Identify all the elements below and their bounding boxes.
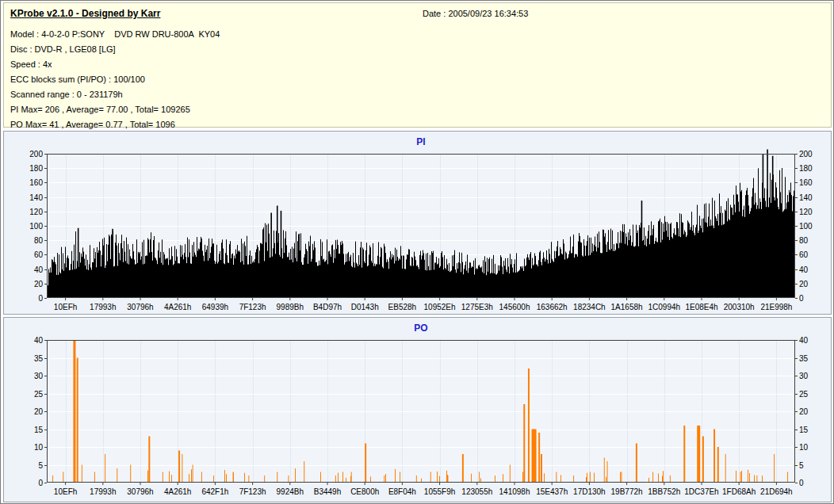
x-tick-label: 10EFh [54,487,77,496]
x-tick-label: 21E998h [760,303,792,311]
x-tick-label: 7F123h [239,303,266,311]
x-tick-label: 1C0994h [648,303,681,311]
y-tick-label: 40 [34,265,44,274]
y-tick-label: 140 [29,193,43,202]
x-tick-label: 1DC37Eh [684,487,718,496]
x-tick-label: 10952Eh [424,303,456,311]
y-tick-label: 0 [799,479,804,487]
y-tick-label: 180 [29,164,43,173]
x-tick-label: 64939h [202,303,228,311]
y-tick-label: 140 [799,193,813,202]
y-tick-label: 80 [799,236,809,245]
scan-date: Date : 2005/09/23 16:34:53 [423,9,528,18]
x-tick-label: 145600h [499,303,530,311]
x-tick-label: B4D97h [313,303,342,311]
x-tick-label: CE800h [350,487,379,496]
x-tick-label: 1E08E4h [685,303,717,311]
x-tick-label: 21D694h [760,487,793,496]
x-tick-label: 17993h [90,487,116,496]
y-tick-label: 25 [34,390,44,399]
x-tick-label: 17D130h [573,487,606,496]
y-tick-label: 40 [799,336,809,345]
x-tick-label: 163662h [537,303,568,311]
y-tick-label: 35 [799,354,809,363]
y-tick-label: 35 [34,354,44,363]
x-tick-label: B3449h [314,487,341,496]
po-chart-canvas: 0055101015152020252530303535404010EFh179… [4,318,831,502]
x-tick-label: 9989Bh [277,303,304,311]
y-tick-label: 60 [799,250,809,259]
x-tick-label: 4A261h [164,303,191,311]
app-title: KProbe v2.1.0 - Designed by Karr [10,8,160,19]
y-tick-label: 30 [34,372,44,380]
x-tick-label: 1275E3h [461,303,493,311]
x-tick-label: 30796h [127,487,153,496]
info-ecc: ECC blocks sum (PI/PO) : 100/100 [10,72,220,87]
pi-chart-canvas: 0020204040606080801001001201201401401601… [4,132,831,314]
pi-chart-panel: 0020204040606080801001001201201401401601… [3,131,832,315]
x-tick-label: 30796h [127,303,153,311]
y-tick-label: 60 [34,250,44,259]
y-tick-label: 0 [38,479,43,487]
y-tick-label: 25 [799,390,809,399]
x-tick-label: 9924Bh [277,487,304,496]
y-tick-label: 100 [799,222,813,231]
y-tick-label: 40 [799,265,809,274]
po-chart-panel: 0055101015152020252530303535404010EFh179… [3,317,832,502]
y-tick-label: 20 [34,280,44,288]
y-tick-label: 5 [38,461,43,470]
y-tick-label: 80 [34,236,44,245]
kprobe-window: KProbe v2.1.0 - Designed by Karr Date : … [0,0,834,504]
info-model: Model : 4-0-2-0 P:SONY DVD RW DRU-800A K… [10,27,220,42]
y-tick-label: 15 [799,426,809,434]
x-tick-label: 123055h [461,487,492,496]
x-tick-label: 1FD68Ah [722,487,756,496]
x-tick-label: 7F123h [239,487,266,496]
y-tick-label: 20 [799,407,809,416]
y-tick-label: 0 [38,294,43,303]
scan-info-lines: Model : 4-0-2-0 P:SONY DVD RW DRU-800A K… [10,27,220,132]
y-tick-label: 5 [799,461,804,470]
y-tick-label: 100 [29,222,43,231]
scan-info-header: KProbe v2.1.0 - Designed by Karr Date : … [3,2,832,128]
y-tick-label: 10 [799,443,809,452]
info-scanned-range: Scanned range : 0 - 231179h [10,87,220,102]
x-tick-label: E8F04h [388,487,416,496]
x-tick-label: 18234Ch [573,303,606,311]
y-tick-label: 120 [799,208,813,216]
po-chart-title: PO [414,323,427,334]
y-tick-label: 200 [29,150,43,158]
y-tick-label: 0 [799,294,804,303]
x-tick-label: 642F1h [201,487,228,496]
y-tick-label: 20 [799,280,809,288]
y-tick-label: 30 [799,372,809,380]
x-tick-label: 15E437h [536,487,568,496]
y-tick-label: 160 [29,178,43,187]
info-pi-stats: PI Max= 206 , Average= 77.00 , Total= 10… [10,102,220,117]
info-speed: Speed : 4x [10,57,220,72]
x-tick-label: 1055F9h [424,487,455,496]
y-tick-label: 180 [799,164,813,173]
x-tick-label: 1A1658h [611,303,643,311]
x-tick-label: 10EFh [54,303,77,311]
y-tick-label: 20 [34,407,44,416]
pi-chart-title: PI [416,136,425,147]
x-tick-label: 141098h [499,487,530,496]
y-tick-label: 120 [29,208,43,216]
x-tick-label: 17993h [90,303,116,311]
x-tick-label: 4A261h [164,487,191,496]
x-tick-label: 1BB752h [648,487,680,496]
y-tick-label: 200 [799,150,813,158]
y-tick-label: 40 [34,336,44,345]
x-tick-label: 19B772h [611,487,643,496]
x-tick-label: D0143h [351,303,379,311]
y-tick-label: 160 [799,178,813,187]
info-disc: Disc : DVD-R , LGE08 [LG] [10,42,220,57]
x-tick-label: EB528h [388,303,417,311]
y-tick-label: 15 [34,426,44,434]
x-tick-label: 200310h [724,303,755,311]
y-tick-label: 10 [34,443,44,452]
